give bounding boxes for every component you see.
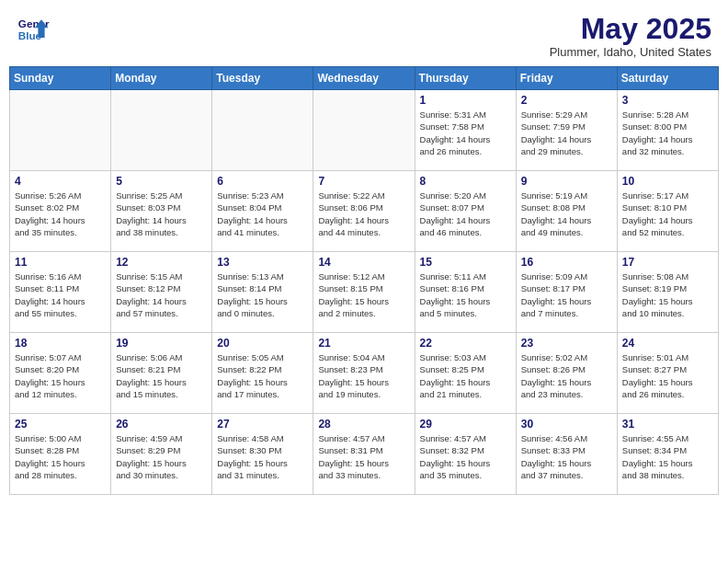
day-detail: Sunrise: 5:26 AM Sunset: 8:02 PM Dayligh…	[15, 190, 106, 238]
weekday-header-wednesday: Wednesday	[313, 67, 415, 90]
weekday-header-friday: Friday	[516, 67, 617, 90]
location: Plummer, Idaho, United States	[550, 45, 711, 59]
weekday-header-thursday: Thursday	[415, 67, 516, 90]
day-cell: 18Sunrise: 5:07 AM Sunset: 8:20 PM Dayli…	[10, 333, 111, 414]
calendar-table: SundayMondayTuesdayWednesdayThursdayFrid…	[9, 66, 719, 495]
day-detail: Sunrise: 5:19 AM Sunset: 8:08 PM Dayligh…	[521, 190, 612, 238]
day-detail: Sunrise: 5:20 AM Sunset: 8:07 PM Dayligh…	[420, 190, 511, 238]
logo-icon: General Blue	[17, 13, 50, 46]
week-row-2: 4Sunrise: 5:26 AM Sunset: 8:02 PM Daylig…	[10, 171, 719, 252]
day-detail: Sunrise: 5:25 AM Sunset: 8:03 PM Dayligh…	[116, 190, 207, 238]
day-cell: 31Sunrise: 4:55 AM Sunset: 8:34 PM Dayli…	[617, 414, 718, 495]
day-detail: Sunrise: 5:06 AM Sunset: 8:21 PM Dayligh…	[116, 351, 207, 400]
day-detail: Sunrise: 5:12 AM Sunset: 8:15 PM Dayligh…	[318, 270, 409, 319]
day-detail: Sunrise: 5:04 AM Sunset: 8:23 PM Dayligh…	[318, 351, 409, 400]
day-number: 17	[622, 256, 713, 269]
day-number: 18	[15, 337, 106, 350]
day-number: 21	[318, 337, 409, 350]
day-detail: Sunrise: 5:16 AM Sunset: 8:11 PM Dayligh…	[15, 270, 106, 319]
day-detail: Sunrise: 4:56 AM Sunset: 8:33 PM Dayligh…	[521, 432, 612, 481]
day-detail: Sunrise: 4:57 AM Sunset: 8:31 PM Dayligh…	[318, 432, 409, 481]
day-cell: 2Sunrise: 5:29 AM Sunset: 7:59 PM Daylig…	[516, 90, 617, 171]
day-number: 4	[15, 175, 106, 188]
day-cell: 5Sunrise: 5:25 AM Sunset: 8:03 PM Daylig…	[111, 171, 212, 252]
day-number: 3	[622, 94, 713, 107]
day-cell: 17Sunrise: 5:08 AM Sunset: 8:19 PM Dayli…	[617, 252, 718, 333]
day-detail: Sunrise: 5:08 AM Sunset: 8:19 PM Dayligh…	[622, 270, 713, 319]
day-cell: 11Sunrise: 5:16 AM Sunset: 8:11 PM Dayli…	[10, 252, 111, 333]
day-detail: Sunrise: 4:57 AM Sunset: 8:32 PM Dayligh…	[420, 432, 511, 481]
day-number: 24	[622, 337, 713, 350]
day-number: 7	[318, 175, 409, 188]
weekday-header-sunday: Sunday	[10, 67, 111, 90]
week-row-1: 1Sunrise: 5:31 AM Sunset: 7:58 PM Daylig…	[10, 90, 719, 171]
day-detail: Sunrise: 5:23 AM Sunset: 8:04 PM Dayligh…	[217, 190, 308, 238]
day-cell: 13Sunrise: 5:13 AM Sunset: 8:14 PM Dayli…	[212, 252, 313, 333]
day-number: 1	[420, 94, 511, 107]
weekday-header-row: SundayMondayTuesdayWednesdayThursdayFrid…	[10, 67, 719, 90]
day-cell: 15Sunrise: 5:11 AM Sunset: 8:16 PM Dayli…	[415, 252, 516, 333]
day-detail: Sunrise: 5:09 AM Sunset: 8:17 PM Dayligh…	[521, 270, 612, 319]
day-cell: 4Sunrise: 5:26 AM Sunset: 8:02 PM Daylig…	[10, 171, 111, 252]
day-cell: 29Sunrise: 4:57 AM Sunset: 8:32 PM Dayli…	[415, 414, 516, 495]
day-detail: Sunrise: 5:07 AM Sunset: 8:20 PM Dayligh…	[15, 351, 106, 400]
day-number: 30	[521, 418, 612, 431]
day-number: 2	[521, 94, 612, 107]
day-number: 13	[217, 256, 308, 269]
day-cell: 20Sunrise: 5:05 AM Sunset: 8:22 PM Dayli…	[212, 333, 313, 414]
day-detail: Sunrise: 5:31 AM Sunset: 7:58 PM Dayligh…	[420, 109, 511, 157]
day-cell: 12Sunrise: 5:15 AM Sunset: 8:12 PM Dayli…	[111, 252, 212, 333]
day-cell: 26Sunrise: 4:59 AM Sunset: 8:29 PM Dayli…	[111, 414, 212, 495]
day-detail: Sunrise: 4:55 AM Sunset: 8:34 PM Dayligh…	[622, 432, 713, 481]
day-cell	[212, 90, 313, 171]
day-cell: 1Sunrise: 5:31 AM Sunset: 7:58 PM Daylig…	[415, 90, 516, 171]
week-row-5: 25Sunrise: 5:00 AM Sunset: 8:28 PM Dayli…	[10, 414, 719, 495]
day-cell: 28Sunrise: 4:57 AM Sunset: 8:31 PM Dayli…	[313, 414, 415, 495]
day-number: 9	[521, 175, 612, 188]
day-cell: 3Sunrise: 5:28 AM Sunset: 8:00 PM Daylig…	[617, 90, 718, 171]
day-number: 25	[15, 418, 106, 431]
day-number: 20	[217, 337, 308, 350]
day-number: 14	[318, 256, 409, 269]
day-detail: Sunrise: 5:02 AM Sunset: 8:26 PM Dayligh…	[521, 351, 612, 400]
day-cell: 21Sunrise: 5:04 AM Sunset: 8:23 PM Dayli…	[313, 333, 415, 414]
day-cell	[10, 90, 111, 171]
day-number: 29	[420, 418, 511, 431]
title-area: May 2025 Plummer, Idaho, United States	[550, 13, 711, 59]
day-cell: 27Sunrise: 4:58 AM Sunset: 8:30 PM Dayli…	[212, 414, 313, 495]
day-cell: 7Sunrise: 5:22 AM Sunset: 8:06 PM Daylig…	[313, 171, 415, 252]
day-detail: Sunrise: 5:17 AM Sunset: 8:10 PM Dayligh…	[622, 190, 713, 238]
page-header: General Blue May 2025 Plummer, Idaho, Un…	[9, 9, 719, 63]
day-detail: Sunrise: 5:28 AM Sunset: 8:00 PM Dayligh…	[622, 109, 713, 157]
day-number: 19	[116, 337, 207, 350]
svg-text:General: General	[18, 17, 50, 29]
day-number: 27	[217, 418, 308, 431]
day-cell	[313, 90, 415, 171]
day-number: 22	[420, 337, 511, 350]
day-cell: 24Sunrise: 5:01 AM Sunset: 8:27 PM Dayli…	[617, 333, 718, 414]
day-cell: 10Sunrise: 5:17 AM Sunset: 8:10 PM Dayli…	[617, 171, 718, 252]
day-number: 28	[318, 418, 409, 431]
weekday-header-monday: Monday	[111, 67, 212, 90]
day-detail: Sunrise: 5:05 AM Sunset: 8:22 PM Dayligh…	[217, 351, 308, 400]
day-number: 16	[521, 256, 612, 269]
day-cell: 8Sunrise: 5:20 AM Sunset: 8:07 PM Daylig…	[415, 171, 516, 252]
day-number: 12	[116, 256, 207, 269]
day-detail: Sunrise: 5:00 AM Sunset: 8:28 PM Dayligh…	[15, 432, 106, 481]
day-number: 10	[622, 175, 713, 188]
day-cell: 22Sunrise: 5:03 AM Sunset: 8:25 PM Dayli…	[415, 333, 516, 414]
day-cell: 16Sunrise: 5:09 AM Sunset: 8:17 PM Dayli…	[516, 252, 617, 333]
month-title: May 2025	[550, 13, 711, 45]
day-detail: Sunrise: 5:01 AM Sunset: 8:27 PM Dayligh…	[622, 351, 713, 400]
day-number: 15	[420, 256, 511, 269]
day-cell: 19Sunrise: 5:06 AM Sunset: 8:21 PM Dayli…	[111, 333, 212, 414]
weekday-header-tuesday: Tuesday	[212, 67, 313, 90]
day-number: 26	[116, 418, 207, 431]
week-row-3: 11Sunrise: 5:16 AM Sunset: 8:11 PM Dayli…	[10, 252, 719, 333]
weekday-header-saturday: Saturday	[617, 67, 718, 90]
day-cell: 6Sunrise: 5:23 AM Sunset: 8:04 PM Daylig…	[212, 171, 313, 252]
day-number: 6	[217, 175, 308, 188]
day-cell	[111, 90, 212, 171]
day-number: 8	[420, 175, 511, 188]
day-cell: 30Sunrise: 4:56 AM Sunset: 8:33 PM Dayli…	[516, 414, 617, 495]
